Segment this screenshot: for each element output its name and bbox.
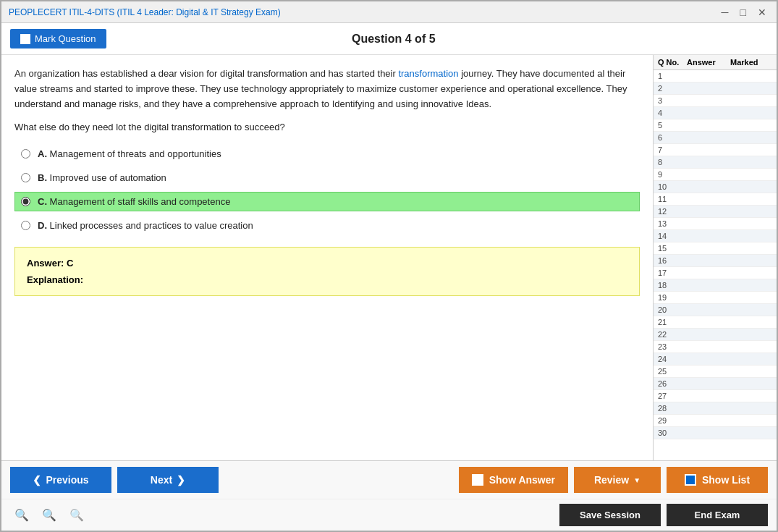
sidebar-row[interactable]: 21 — [654, 316, 777, 329]
window-controls: ─ □ ✕ — [719, 7, 769, 18]
bottom-bar: Previous Next Show Answer Review ▼ ✔ Sho… — [1, 460, 777, 499]
option-d-row[interactable]: D. Linked processes and practices to val… — [14, 216, 640, 235]
previous-button[interactable]: Previous — [10, 467, 111, 493]
next-label: Next — [151, 474, 172, 486]
review-button[interactable]: Review ▼ — [574, 467, 661, 493]
question-title: Question 4 of 5 — [352, 33, 436, 46]
show-list-icon: ✔ — [685, 474, 696, 486]
option-c-row[interactable]: C. Management of staff skills and compet… — [14, 192, 640, 211]
options-list: A. Management of threats and opportuniti… — [14, 144, 640, 235]
sidebar-row[interactable]: 19 — [654, 292, 777, 304]
option-c-label: C. Management of staff skills and compet… — [38, 196, 230, 207]
explanation-text: Explanation: — [27, 274, 627, 285]
review-icon: ▼ — [633, 476, 640, 484]
sidebar: Q No. Answer Marked 12345678910111213141… — [654, 55, 777, 460]
sidebar-row[interactable]: 23 — [654, 341, 777, 353]
close-button[interactable]: ✕ — [755, 7, 769, 18]
title-bar: PEOPLECERT ITIL-4-DITS (ITIL 4 Leader: D… — [1, 1, 777, 23]
option-a-radio[interactable] — [21, 149, 30, 159]
sidebar-row[interactable]: 16 — [654, 255, 777, 267]
save-session-button[interactable]: Save Session — [559, 504, 661, 526]
sidebar-row[interactable]: 15 — [654, 242, 777, 255]
sidebar-row[interactable]: 4 — [654, 107, 777, 119]
question-panel: An organization has established a dear v… — [1, 55, 654, 460]
option-a-label: A. Management of threats and opportuniti… — [38, 148, 221, 159]
sidebar-row[interactable]: 29 — [654, 415, 777, 427]
sidebar-row[interactable]: 12 — [654, 206, 777, 218]
option-c-radio[interactable] — [21, 197, 30, 206]
sidebar-row[interactable]: 6 — [654, 132, 777, 144]
sidebar-row[interactable]: 17 — [654, 267, 777, 279]
show-answer-label: Show Answer — [489, 474, 555, 486]
show-list-button[interactable]: ✔ Show List — [667, 467, 768, 493]
sidebar-row[interactable]: 8 — [654, 156, 777, 169]
sidebar-row[interactable]: 14 — [654, 230, 777, 242]
sidebar-row[interactable]: 11 — [654, 193, 777, 206]
right-buttons: Save Session End Exam — [559, 504, 768, 526]
question-text: An organization has established a dear v… — [14, 67, 640, 111]
sidebar-row[interactable]: 25 — [654, 366, 777, 378]
zoom-in-button[interactable]: 🔍 — [10, 507, 33, 523]
option-d-radio[interactable] — [21, 221, 30, 230]
previous-label: Previous — [46, 474, 88, 486]
main-area: An organization has established a dear v… — [1, 55, 777, 460]
col-answer-header: Answer — [687, 58, 730, 67]
col-marked-header: Marked — [730, 58, 766, 67]
chevron-left-icon — [33, 474, 41, 486]
sidebar-row[interactable]: 7 — [654, 144, 777, 156]
sidebar-row[interactable]: 26 — [654, 378, 777, 390]
sidebar-row[interactable]: 3 — [654, 95, 777, 107]
next-button[interactable]: Next — [117, 467, 219, 493]
window-title: PEOPLECERT ITIL-4-DITS (ITIL 4 Leader: D… — [9, 7, 281, 17]
sidebar-header: Q No. Answer Marked — [654, 55, 777, 70]
sub-question: What else do they need lot the digital t… — [14, 122, 640, 132]
mark-question-button[interactable]: Mark Question — [10, 29, 106, 48]
minimize-button[interactable]: ─ — [719, 7, 732, 18]
col-qno-header: Q No. — [658, 58, 687, 67]
option-b-row[interactable]: B. Improved use of automation — [14, 168, 640, 187]
sidebar-row[interactable]: 30 — [654, 427, 777, 439]
option-b-label: B. Improved use of automation — [38, 172, 166, 183]
sidebar-row[interactable]: 1 — [654, 70, 777, 83]
sidebar-row[interactable]: 28 — [654, 402, 777, 415]
option-a-row[interactable]: A. Management of threats and opportuniti… — [14, 144, 640, 164]
option-b-radio[interactable] — [21, 173, 30, 182]
toolbar: Mark Question Question 4 of 5 — [1, 23, 777, 55]
bottom-bar-2: 🔍 🔍 🔍 Save Session End Exam — [1, 499, 777, 531]
bookmark-icon — [20, 34, 30, 44]
zoom-out-button[interactable]: 🔍 — [65, 507, 88, 523]
answer-box: Answer: C Explanation: — [14, 247, 640, 296]
sidebar-row[interactable]: 5 — [654, 119, 777, 132]
answer-text: Answer: C — [27, 258, 627, 269]
sidebar-row[interactable]: 2 — [654, 83, 777, 95]
maximize-button[interactable]: □ — [737, 7, 749, 18]
chevron-right-icon — [177, 474, 185, 486]
sidebar-row[interactable]: 13 — [654, 218, 777, 230]
sidebar-row[interactable]: 24 — [654, 353, 777, 366]
sidebar-row[interactable]: 20 — [654, 304, 777, 316]
zoom-controls: 🔍 🔍 🔍 — [10, 507, 88, 523]
show-answer-icon — [472, 474, 483, 486]
sidebar-row[interactable]: 22 — [654, 329, 777, 341]
sidebar-row[interactable]: 18 — [654, 279, 777, 292]
sidebar-list: 1234567891011121314151617181920212223242… — [654, 70, 777, 460]
option-d-label: D. Linked processes and practices to val… — [38, 220, 253, 231]
end-exam-button[interactable]: End Exam — [667, 504, 768, 526]
sidebar-row[interactable]: 10 — [654, 181, 777, 193]
review-label: Review — [594, 474, 629, 486]
zoom-reset-button[interactable]: 🔍 — [38, 507, 61, 523]
mark-question-label: Mark Question — [35, 33, 96, 44]
show-answer-button[interactable]: Show Answer — [459, 467, 568, 493]
sidebar-row[interactable]: 27 — [654, 390, 777, 402]
sidebar-row[interactable]: 9 — [654, 169, 777, 181]
show-list-label: Show List — [702, 474, 750, 486]
